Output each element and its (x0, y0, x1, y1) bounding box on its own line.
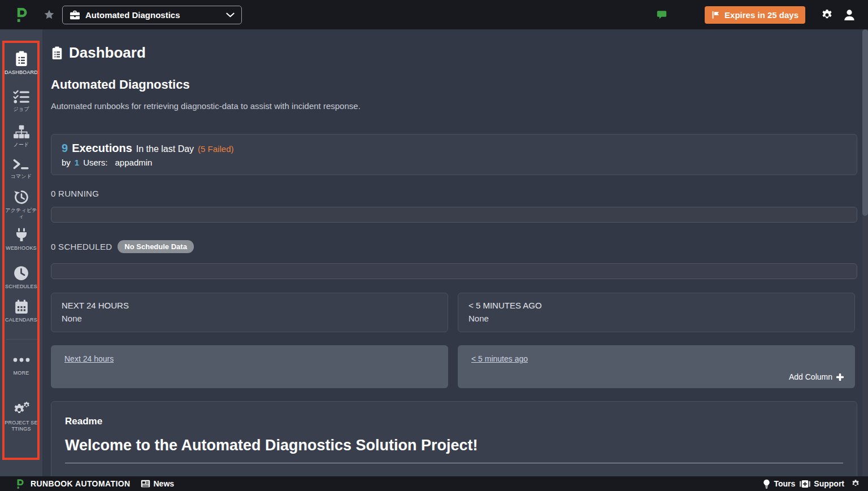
support-label: Support (814, 479, 844, 488)
clipboard-icon (14, 51, 29, 67)
sidebar-item-label: SCHEDULES (3, 284, 40, 290)
sidebar-divider (6, 339, 37, 340)
sidebar-item-label: WEBHOOKS (3, 245, 40, 251)
lightbulb-icon (763, 479, 770, 489)
sidebar-item-nodes[interactable]: ノード (0, 125, 42, 148)
executions-summary-card: 9 Executions In the last Day (5 Failed) … (51, 134, 857, 175)
sidebar-item-more[interactable]: MORE (0, 358, 42, 376)
recent-executions-value: None (468, 314, 844, 323)
sidebar-item-jobs[interactable]: ジョブ (0, 90, 42, 112)
main-content: Dashboard Automated Diagnostics Automate… (42, 29, 868, 476)
page-title-text: Dashboard (69, 44, 146, 62)
topbar-right: Expires in 25 days (657, 6, 868, 24)
project-title: Automated Diagnostics (51, 77, 190, 92)
footer-right: Tours Support (763, 479, 860, 489)
clipboard-icon (51, 46, 63, 60)
sidebar-item-label: MORE (3, 370, 40, 376)
project-description: Automated runbooks for retrieving diagno… (51, 101, 361, 111)
sidebar-item-activity[interactable]: アクティビティ (0, 190, 42, 220)
executions-period: In the last Day (136, 144, 194, 154)
chat-icon[interactable] (657, 10, 667, 20)
support-link[interactable]: Support (800, 479, 844, 488)
running-progress-bar (51, 207, 857, 223)
add-column-button[interactable]: Add Column (789, 372, 844, 381)
settings-gear-icon[interactable] (851, 479, 860, 488)
expires-button[interactable]: Expires in 25 days (705, 6, 805, 24)
gear-icon[interactable] (821, 8, 834, 21)
executions-failed[interactable]: (5 Failed) (198, 144, 233, 154)
ellipsis-icon (13, 358, 30, 362)
sitemap-icon (13, 125, 30, 139)
user-icon[interactable] (843, 8, 856, 21)
sidebar-item-label: ジョブ (3, 106, 40, 112)
plug-icon (14, 228, 29, 242)
sidebar-item-commands[interactable]: コマンド (0, 159, 42, 180)
project-selector[interactable]: Automated Diagnostics (62, 6, 242, 24)
next-24-hours-title: NEXT 24 HOURS (62, 301, 437, 310)
footer-news-label: News (154, 479, 175, 488)
readme-title: Readme (65, 416, 843, 427)
sidebar-item-label: DASHBOARD (3, 69, 40, 76)
topbar: Automated Diagnostics Expires in 25 days (0, 0, 868, 29)
executions-count: 9 (62, 142, 68, 155)
readme-divider (65, 463, 843, 463)
clock-icon (14, 266, 29, 281)
recent-executions-panel: < 5 minutes ago Add Column (458, 345, 855, 388)
recent-executions-link[interactable]: < 5 minutes ago (471, 354, 528, 363)
executions-users-label: Users: (83, 158, 107, 167)
scheduled-label: 0 SCHEDULED (51, 242, 112, 251)
readme-heading: Welcome to the Automated Diagnostics Sol… (65, 437, 843, 454)
project-selector-label: Automated Diagnostics (85, 10, 180, 20)
gears-icon (12, 401, 31, 417)
running-label: 0 RUNNING (51, 189, 99, 198)
sidebar-item-label: CALENDARS (3, 317, 40, 323)
add-column-label: Add Column (789, 372, 832, 381)
support-icon (800, 480, 810, 488)
sidebar-item-label: PROJECT SETTINGS (3, 420, 40, 433)
recent-executions-card: < 5 MINUTES AGO None (458, 293, 855, 332)
sidebar-item-webhooks[interactable]: WEBHOOKS (0, 228, 42, 251)
terminal-icon (13, 159, 30, 171)
next-24-hours-panel: Next 24 hours (51, 345, 448, 388)
no-schedule-badge: No Schedule Data (118, 240, 194, 253)
chevron-down-icon (226, 12, 235, 18)
readme-card: Readme Welcome to the Automated Diagnost… (51, 401, 857, 476)
history-icon (14, 190, 29, 205)
favorite-star-icon[interactable] (44, 9, 55, 20)
sidebar-item-label: ノード (3, 142, 40, 148)
scheduled-progress-bar (51, 263, 857, 279)
sidebar-item-label: アクティビティ (3, 207, 40, 220)
footer: RUNBOOK AUTOMATION News Tours Support (0, 476, 868, 491)
sidebar-item-project-settings[interactable]: PROJECT SETTINGS (0, 401, 42, 433)
flag-icon (711, 11, 720, 19)
scrollbar[interactable] (862, 29, 868, 476)
sidebar: DASHBOARD ジョブ ノード コマンド アクティビティ WEBHOOKS (0, 29, 42, 476)
plus-icon (836, 373, 844, 381)
executions-users[interactable]: appadmin (115, 158, 153, 167)
sidebar-item-schedules[interactable]: SCHEDULES (0, 266, 42, 290)
sidebar-item-label: コマンド (3, 173, 40, 180)
executions-user-count: 1 (75, 158, 79, 167)
next-24-hours-link[interactable]: Next 24 hours (64, 354, 114, 363)
tours-link[interactable]: Tours (763, 479, 795, 489)
page-title: Dashboard (51, 44, 146, 62)
project-icon (70, 10, 80, 20)
brand-logo-icon[interactable] (15, 8, 27, 22)
brand-logo-icon (16, 479, 24, 489)
newspaper-icon (141, 480, 150, 488)
scrollbar-thumb[interactable] (862, 29, 868, 216)
sidebar-item-calendars[interactable]: CALENDARS (0, 299, 42, 323)
footer-brand: RUNBOOK AUTOMATION (31, 479, 131, 488)
scheduled-row: 0 SCHEDULED No Schedule Data (51, 240, 194, 253)
executions-by-label: by (62, 158, 71, 167)
calendar-icon (14, 299, 29, 314)
expires-label: Expires in 25 days (724, 10, 798, 20)
checklist-icon (13, 90, 30, 103)
tours-label: Tours (774, 479, 795, 488)
executions-label: Executions (72, 142, 132, 155)
next-24-hours-card: NEXT 24 HOURS None (51, 293, 448, 332)
footer-news-link[interactable]: News (141, 479, 175, 488)
sidebar-item-dashboard[interactable]: DASHBOARD (0, 51, 42, 76)
next-24-hours-value: None (62, 314, 437, 323)
recent-executions-title: < 5 MINUTES AGO (468, 301, 844, 310)
